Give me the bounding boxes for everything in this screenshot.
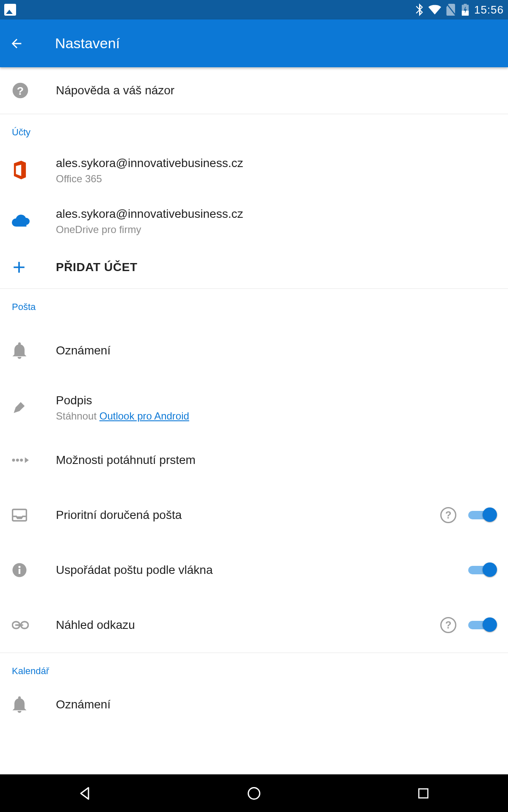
plus-icon [12,260,56,274]
account-type: OneDrive pro firmy [56,224,496,236]
calendar-notifications-label: Oznámení [56,697,496,713]
swipe-options-row[interactable]: Možnosti potáhnutí prstem [0,433,508,488]
nav-back[interactable] [42,786,127,801]
help-feedback-row[interactable]: ? Nápověda a váš názor [0,67,508,114]
info-icon [12,562,56,578]
svg-point-12 [248,787,260,799]
bluetooth-icon [415,3,423,16]
section-mail: Pošta [0,289,508,319]
help-icon[interactable]: ? [440,507,456,523]
svg-point-9 [18,566,20,568]
focused-inbox-row[interactable]: Prioritní doručená pošta ? [0,488,508,543]
focused-toggle[interactable] [468,508,496,523]
svg-text:?: ? [17,85,24,97]
swipe-icon [12,456,56,464]
help-icon[interactable]: ? [440,617,456,633]
bell-icon [12,342,56,359]
link-preview-row[interactable]: Náhled odkazu ? [0,598,508,653]
mail-notifications-label: Oznámení [56,343,496,359]
gallery-icon [4,4,16,16]
link-preview-label: Náhled odkazu [56,617,440,633]
svg-rect-13 [419,789,428,798]
thread-row[interactable]: Uspořádat poštu podle vlákna [0,543,508,598]
mail-notifications-row[interactable]: Oznámení [0,319,508,382]
bell-icon [12,696,56,713]
system-navbar [0,774,508,812]
signature-sub: Stáhnout Outlook pro Android [56,410,496,422]
signature-label: Podpis [56,392,496,409]
nav-home[interactable] [212,786,296,801]
calendar-notifications-row[interactable]: Oznámení [0,683,508,726]
svg-point-3 [12,459,15,462]
onedrive-icon [12,214,56,227]
status-clock: 15:56 [474,3,504,16]
link-icon [12,620,56,630]
svg-rect-6 [13,510,27,521]
inbox-icon [12,508,56,522]
outlook-link[interactable]: Outlook pro Android [99,410,189,422]
nav-recent[interactable] [381,787,466,800]
account-type: Office 365 [56,173,496,185]
pen-icon [12,400,56,415]
help-label: Nápověda a váš názor [56,82,496,99]
svg-point-4 [16,459,19,462]
appbar: Nastavení [0,19,508,67]
account-email: ales.sykora@innovativebusiness.cz [56,206,496,222]
wifi-icon [428,5,441,15]
svg-point-5 [20,459,23,462]
swipe-label: Možnosti potáhnutí prstem [56,452,496,468]
section-accounts: Účty [0,114,508,145]
sim-icon [446,4,456,16]
account-office365[interactable]: ales.sykora@innovativebusiness.cz Office… [0,145,508,195]
battery-icon [461,4,469,16]
focused-label: Prioritní doručená pošta [56,507,440,523]
link-preview-toggle[interactable] [468,617,496,633]
signature-row[interactable]: Podpis Stáhnout Outlook pro Android [0,382,508,433]
office-icon [12,161,56,179]
page-title: Nastavení [55,35,120,52]
account-onedrive[interactable]: ales.sykora@innovativebusiness.cz OneDri… [0,195,508,246]
status-bar: 15:56 [0,0,508,19]
svg-rect-8 [19,569,20,574]
back-button[interactable] [9,36,35,51]
account-email: ales.sykora@innovativebusiness.cz [56,155,496,171]
add-account-row[interactable]: PŘIDAT ÚČET [0,246,508,288]
thread-label: Uspořádat poštu podle vlákna [56,562,468,578]
help-icon: ? [12,82,56,99]
add-account-label: PŘIDAT ÚČET [56,259,496,275]
section-calendar: Kalendář [0,653,508,683]
thread-toggle[interactable] [468,562,496,578]
